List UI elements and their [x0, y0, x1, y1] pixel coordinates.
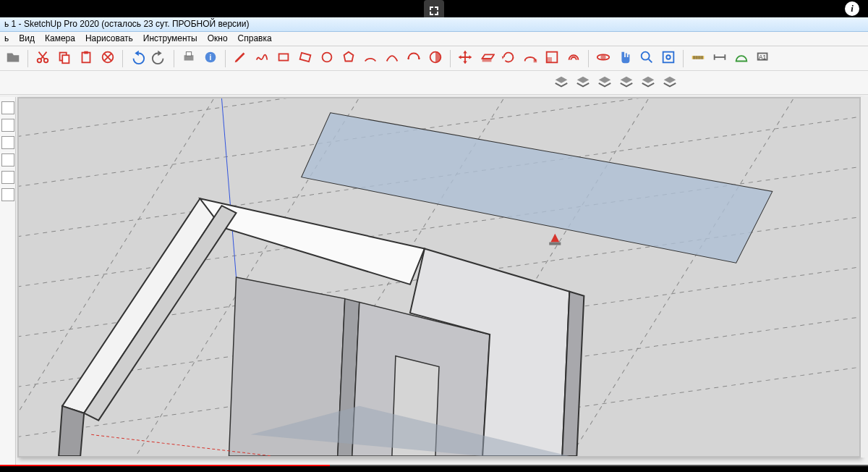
- toolbar-separator: [450, 50, 451, 67]
- sketchup-window: ь 1 - SketchUp Pro 2020 (осталось 23 сут…: [0, 17, 868, 465]
- svg-marker-57: [59, 406, 84, 456]
- window-title: ь 1 - SketchUp Pro 2020 (осталось 23 сут…: [4, 19, 249, 29]
- three-point-arc-button[interactable]: [404, 49, 424, 69]
- layer-shaded-button[interactable]: [616, 72, 637, 93]
- dimension-button[interactable]: [710, 49, 730, 69]
- svg-point-23: [642, 52, 650, 60]
- two-point-arc-button[interactable]: [382, 49, 402, 69]
- pie-icon: [427, 49, 443, 67]
- menu-bar[interactable]: ь Вид Камера Нарисовать Инструменты Окно…: [0, 32, 868, 46]
- view-front-button[interactable]: [1, 153, 14, 167]
- view-top-button[interactable]: [1, 188, 14, 201]
- push-pull-button[interactable]: [477, 49, 497, 69]
- view-select-button[interactable]: [1, 101, 14, 114]
- paste-button[interactable]: [76, 49, 96, 69]
- layer-tex-button[interactable]: [638, 72, 658, 93]
- rectangle-button[interactable]: [273, 49, 294, 69]
- paste-icon: [78, 49, 94, 67]
- polygon-button[interactable]: [339, 49, 359, 69]
- copy-button[interactable]: [54, 49, 75, 69]
- menu-item[interactable]: Инструменты: [142, 33, 199, 44]
- model-info-icon: i: [203, 49, 218, 67]
- menu-item[interactable]: Справка: [237, 33, 273, 44]
- undo-icon: [129, 49, 145, 67]
- offset-button[interactable]: [563, 49, 584, 69]
- arc-button[interactable]: [360, 49, 380, 69]
- toolbar-separator: [122, 50, 123, 67]
- protractor-button[interactable]: [731, 49, 752, 69]
- video-progress-bar[interactable]: [0, 465, 868, 466]
- follow-me-icon: [522, 49, 538, 67]
- scale-button[interactable]: [542, 49, 562, 69]
- view-iso-button[interactable]: [1, 171, 14, 184]
- left-toolbar: [0, 97, 16, 465]
- view-home-button[interactable]: [1, 119, 14, 132]
- cut-button[interactable]: [33, 49, 53, 69]
- svg-point-16: [418, 57, 420, 59]
- follow-me-button[interactable]: [520, 49, 540, 69]
- layer-mono-button[interactable]: [660, 72, 680, 93]
- svg-text:A1: A1: [759, 54, 767, 61]
- layer-wire-button[interactable]: [573, 72, 593, 93]
- tape-measure-icon: [690, 49, 706, 67]
- vertical-scrollbar[interactable]: [861, 97, 868, 458]
- zoom-extents-button[interactable]: [658, 49, 678, 69]
- dimension-icon: [712, 49, 728, 67]
- copy-icon: [56, 49, 72, 67]
- push-pull-icon: [479, 49, 495, 67]
- window-titlebar: ь 1 - SketchUp Pro 2020 (осталось 23 сут…: [0, 17, 868, 32]
- svg-rect-18: [534, 59, 537, 63]
- redo-button[interactable]: [149, 49, 169, 69]
- video-frame: i ь 1 - SketchUp Pro 2020 (осталось 23 с…: [0, 0, 868, 472]
- svg-rect-5: [84, 51, 88, 54]
- layer-hidden-icon: [597, 74, 613, 92]
- offset-icon: [566, 49, 582, 67]
- layer-hidden-button[interactable]: [595, 72, 615, 93]
- print-button[interactable]: [179, 49, 199, 69]
- menu-item[interactable]: Камера: [43, 33, 77, 44]
- zoom-button[interactable]: [637, 49, 657, 69]
- pan-icon: [617, 49, 633, 67]
- tape-measure-button[interactable]: [688, 49, 708, 69]
- toolbar-separator: [225, 50, 226, 67]
- pan-button[interactable]: [615, 49, 635, 69]
- move-button[interactable]: [455, 49, 475, 69]
- rotated-rectangle-button[interactable]: [295, 49, 315, 69]
- menu-item[interactable]: Нарисовать: [84, 33, 135, 44]
- pie-button[interactable]: [425, 49, 446, 69]
- style-toolbar: [0, 71, 868, 95]
- open-file-button[interactable]: [3, 49, 23, 69]
- zoom-extents-icon: [660, 49, 676, 67]
- orbit-button[interactable]: [593, 49, 613, 69]
- pencil-icon: [232, 49, 248, 67]
- undo-button[interactable]: [127, 49, 148, 69]
- info-icon[interactable]: i: [845, 1, 859, 16]
- layer-wire-icon: [575, 74, 591, 92]
- view-back-button[interactable]: [1, 136, 14, 149]
- menu-item[interactable]: Окно: [206, 33, 229, 44]
- menu-item[interactable]: ь: [3, 33, 10, 44]
- delete-circle-icon: [100, 49, 116, 67]
- text-label-button[interactable]: A1: [753, 49, 773, 69]
- freehand-icon: [254, 49, 270, 67]
- layer-iso-button[interactable]: [551, 72, 571, 93]
- pencil-button[interactable]: [230, 49, 250, 69]
- layer-iso-icon: [553, 74, 569, 92]
- rotate-button[interactable]: [498, 49, 519, 69]
- viewport-3d[interactable]: [17, 97, 861, 458]
- menu-item[interactable]: Вид: [17, 33, 36, 44]
- svg-rect-24: [663, 52, 674, 63]
- model-info-button[interactable]: i: [200, 49, 221, 69]
- freehand-button[interactable]: [252, 49, 272, 69]
- svg-point-15: [407, 57, 409, 59]
- toolbar-separator: [683, 50, 684, 67]
- circle-button[interactable]: [317, 49, 337, 69]
- move-icon: [457, 49, 473, 67]
- svg-rect-3: [62, 55, 69, 63]
- rotated-rectangle-icon: [297, 49, 313, 67]
- arc-icon: [362, 49, 378, 67]
- delete-circle-button[interactable]: [98, 49, 118, 69]
- svg-point-21: [600, 54, 605, 59]
- circle-icon: [319, 49, 335, 67]
- protractor-icon: [733, 49, 749, 67]
